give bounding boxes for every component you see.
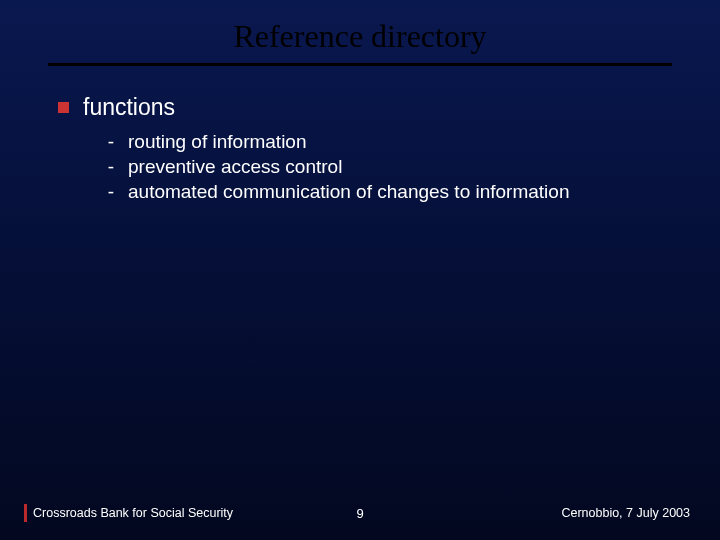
footer-org: Crossroads Bank for Social Security (33, 506, 233, 520)
dash-icon: - (106, 156, 116, 178)
footer-date-location: Cernobbio, 7 July 2003 (561, 506, 690, 520)
dash-icon: - (106, 131, 116, 153)
sub-label: routing of information (128, 131, 307, 153)
footer-page-number: 9 (356, 506, 363, 521)
bullet-label: functions (83, 94, 175, 121)
content-area: functions - routing of information - pre… (30, 94, 690, 203)
footer: Crossroads Bank for Social Security 9 Ce… (0, 504, 720, 522)
slide-title: Reference directory (233, 18, 486, 55)
square-bullet-icon (58, 102, 69, 113)
footer-left: Crossroads Bank for Social Security (24, 504, 233, 522)
bullet-item: functions (58, 94, 690, 121)
dash-icon: - (106, 181, 116, 203)
title-underline (48, 63, 672, 66)
sub-label: automated communication of changes to in… (128, 181, 569, 203)
title-block: Reference directory (30, 18, 690, 55)
sub-list: - routing of information - preventive ac… (58, 131, 690, 203)
sub-item: - automated communication of changes to … (106, 181, 690, 203)
sub-label: preventive access control (128, 156, 342, 178)
sub-item: - routing of information (106, 131, 690, 153)
sub-item: - preventive access control (106, 156, 690, 178)
footer-accent-icon (24, 504, 27, 522)
slide: Reference directory functions - routing … (0, 0, 720, 540)
